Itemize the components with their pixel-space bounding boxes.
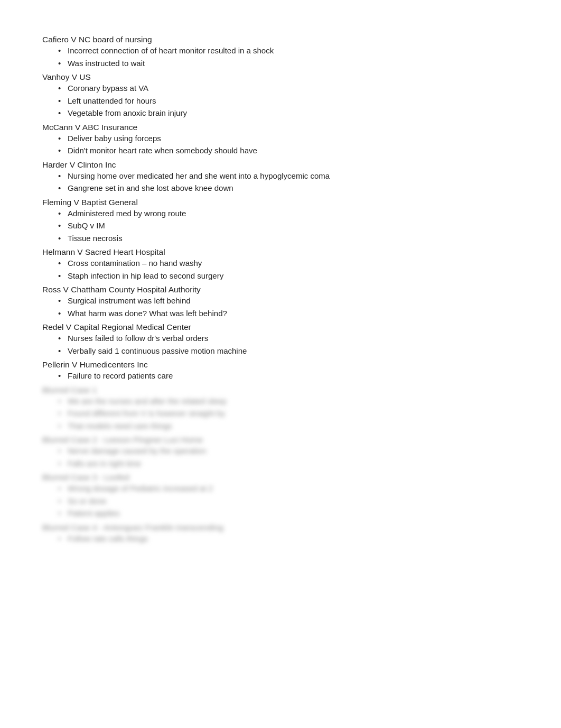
bullet-list: Nerve damage caused by the operationFall… xyxy=(58,445,519,469)
list-item: Vegetable from anoxic brain injury xyxy=(58,107,519,119)
list-item: Nerve damage caused by the operation xyxy=(58,445,519,457)
list-item: Verbally said 1 continuous passive motio… xyxy=(58,345,519,357)
case-entry: Helmann V Sacred Heart HospitalCross con… xyxy=(42,247,519,282)
bullet-list: Nursing home over medicated her and she … xyxy=(58,170,519,195)
case-entry: Cafiero V NC board of nursingIncorrect c… xyxy=(42,35,519,69)
list-item: Incorrect connection of of heart monitor… xyxy=(58,45,519,57)
list-item: Deliver baby using forceps xyxy=(58,133,519,145)
list-item: Found different from V is however straig… xyxy=(58,408,519,420)
bullet-list: Administered med by wrong routeSubQ v IM… xyxy=(58,208,519,245)
list-item: Follow rate calls things xyxy=(58,533,519,545)
case-entry: Redel V Capital Regional Medical CenterN… xyxy=(42,322,519,357)
case-entry: Blurred Case 3 - LoofedWrong dosage of P… xyxy=(42,473,519,520)
list-item: Staph infection in hip lead to second su… xyxy=(58,270,519,282)
bullet-list: Surgical instrument was left behindWhat … xyxy=(58,295,519,319)
case-entry: Pellerin V Humedicenters IncFailure to r… xyxy=(42,360,519,382)
case-title: Blurred Case 3 - Loofed xyxy=(42,473,519,482)
list-item: Administered med by wrong route xyxy=(58,208,519,220)
list-item: Falls are in right time xyxy=(58,458,519,470)
list-item: Tissue necrosis xyxy=(58,233,519,245)
list-item: Didn't monitor heart rate when somebody … xyxy=(58,145,519,157)
list-item: Nursing home over medicated her and she … xyxy=(58,170,519,182)
list-item: What harm was done? What was left behind… xyxy=(58,308,519,320)
bullet-list: We are the nurses and after the related … xyxy=(58,395,519,432)
case-entry: McCann V ABC InsuranceDeliver baby using… xyxy=(42,123,519,157)
bullet-list: Coronary bypass at VALeft unattended for… xyxy=(58,82,519,119)
bullet-list: Wrong dosage of Pediatric increased at 2… xyxy=(58,483,519,520)
bullet-list: Failure to record patients care xyxy=(58,370,519,382)
case-entry: Harder V Clinton IncNursing home over me… xyxy=(42,160,519,195)
bullet-list: Nurses failed to follow dr's verbal orde… xyxy=(58,333,519,357)
list-item: Coronary bypass at VA xyxy=(58,82,519,95)
bullet-list: Deliver baby using forcepsDidn't monitor… xyxy=(58,133,519,157)
list-item: SubQ v IM xyxy=(58,220,519,232)
bullet-list: Follow rate calls things xyxy=(58,533,519,545)
case-title: McCann V ABC Insurance xyxy=(42,123,519,132)
case-entry: Blurred Case 4 - Antonguez Franklin tran… xyxy=(42,523,519,545)
bullet-list: Cross contamination – no hand washyStaph… xyxy=(58,257,519,282)
list-item: Left unattended for hours xyxy=(58,95,519,107)
list-item: Was instructed to wait xyxy=(58,58,519,70)
list-item: Nurses failed to follow dr's verbal orde… xyxy=(58,333,519,345)
case-entry: Vanhoy V USCoronary bypass at VALeft una… xyxy=(42,72,519,119)
case-entry: Blurred Case 2 - Leeson Pingree Luci Hom… xyxy=(42,435,519,469)
bullet-list: Incorrect connection of of heart monitor… xyxy=(58,45,519,69)
list-item: That models need care things xyxy=(58,420,519,432)
main-content: Cafiero V NC board of nursingIncorrect c… xyxy=(42,35,519,545)
case-title: Blurred Case 4 - Antonguez Franklin tran… xyxy=(42,523,519,532)
list-item: We are the nurses and after the related … xyxy=(58,395,519,408)
list-item: Wrong dosage of Pediatric increased at 2 xyxy=(58,483,519,495)
case-entry: Blurred Case 1We are the nurses and afte… xyxy=(42,385,519,432)
case-title: Harder V Clinton Inc xyxy=(42,160,519,170)
case-title: Ross V Chattham County Hospital Authorit… xyxy=(42,285,519,294)
list-item: Surgical instrument was left behind xyxy=(58,295,519,307)
case-entry: Fleming V Baptist GeneralAdministered me… xyxy=(42,198,519,245)
case-title: Pellerin V Humedicenters Inc xyxy=(42,360,519,370)
case-title: Redel V Capital Regional Medical Center xyxy=(42,322,519,332)
case-title: Vanhoy V US xyxy=(42,72,519,82)
list-item: Gangrene set in and she lost above knee … xyxy=(58,182,519,195)
case-title: Blurred Case 1 xyxy=(42,385,519,395)
case-title: Fleming V Baptist General xyxy=(42,198,519,207)
case-title: Helmann V Sacred Heart Hospital xyxy=(42,247,519,257)
case-title: Cafiero V NC board of nursing xyxy=(42,35,519,44)
case-entry: Ross V Chattham County Hospital Authorit… xyxy=(42,285,519,319)
list-item: Failure to record patients care xyxy=(58,370,519,382)
list-item: Cross contamination – no hand washy xyxy=(58,257,519,270)
list-item: So or done xyxy=(58,495,519,508)
case-title: Blurred Case 2 - Leeson Pingree Luci Hom… xyxy=(42,435,519,445)
list-item: Patient applies xyxy=(58,508,519,520)
